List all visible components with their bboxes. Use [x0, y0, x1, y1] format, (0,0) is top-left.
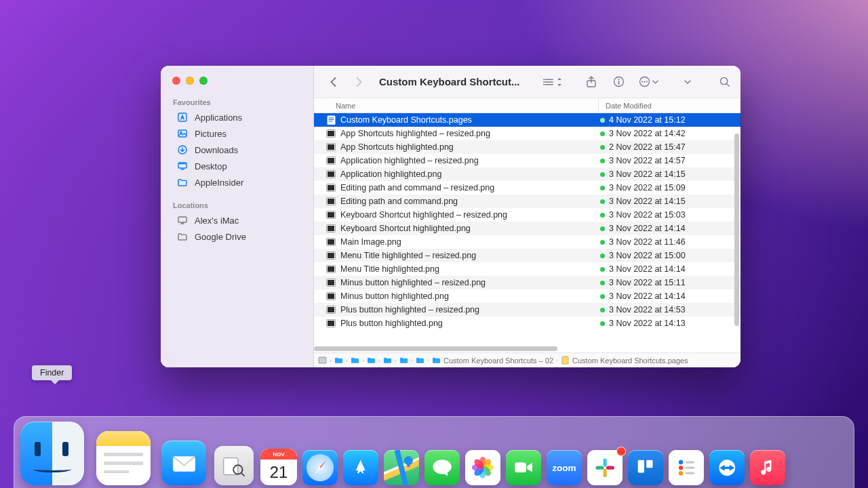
horizontal-scrollbar[interactable] — [314, 346, 741, 352]
file-row[interactable]: Editing path and command – resized.png 3… — [314, 181, 741, 195]
svg-rect-62 — [515, 463, 527, 473]
info-button[interactable] — [612, 75, 625, 89]
chevron-right-icon: › — [361, 357, 365, 364]
file-row[interactable]: Application highlighted.png 3 Nov 2022 a… — [314, 167, 741, 181]
doc-icon — [561, 356, 570, 365]
image-file-icon — [326, 319, 336, 328]
file-name: Application highlighted.png — [340, 169, 441, 179]
file-row[interactable]: Menu Title highlighted – resized.png 3 N… — [314, 249, 741, 262]
dock-app-zoom[interactable]: zoom — [547, 450, 582, 488]
search-button[interactable] — [717, 75, 731, 89]
file-row[interactable]: Plus button highlighted.png 3 Nov 2022 a… — [314, 317, 741, 330]
dock-app-trello[interactable] — [628, 450, 663, 488]
sidebar-item-downloads[interactable]: Downloads — [165, 142, 309, 158]
file-row[interactable]: Minus button highlighted – resized.png 3… — [314, 276, 741, 289]
file-row[interactable]: App Shortcuts highlighted – resized.png … — [314, 127, 741, 140]
sidebar-item-label: Pictures — [195, 129, 297, 139]
file-row[interactable]: Main Image.png 3 Nov 2022 at 11:46 — [314, 235, 741, 249]
minimize-button[interactable] — [186, 77, 194, 85]
actions-menu-button[interactable] — [639, 75, 658, 89]
sidebar-item-alex-s-imac[interactable]: Alex's iMac — [165, 212, 309, 228]
dock-app-finder[interactable] — [20, 422, 84, 488]
file-row[interactable]: Keyboard Shortcut highlighted – resized.… — [314, 208, 741, 222]
sync-status-icon — [600, 145, 605, 150]
file-name: Editing path and command – resized.png — [340, 183, 494, 192]
dock-app-safari[interactable] — [302, 450, 338, 488]
dock-app-app-store[interactable] — [343, 450, 378, 488]
path-bar[interactable]: ›››››››Custom Keyboard Shortcuts – 02›Cu… — [314, 352, 741, 367]
svg-rect-0 — [178, 113, 186, 121]
dock-app-messages[interactable] — [425, 450, 460, 488]
file-row[interactable]: Menu Title highlighted.png 3 Nov 2022 at… — [314, 262, 741, 276]
fullscreen-button[interactable] — [199, 77, 208, 85]
forward-button[interactable] — [352, 75, 366, 89]
back-button[interactable] — [326, 75, 340, 89]
sidebar-item-label: Downloads — [195, 145, 297, 155]
view-options-button[interactable] — [543, 75, 563, 89]
sync-status-icon — [600, 199, 605, 204]
svg-point-69 — [679, 460, 683, 464]
svg-rect-63 — [603, 458, 606, 466]
file-row[interactable]: Custom Keyboard Shortcuts.pages 4 Nov 20… — [314, 113, 741, 127]
sidebar-item-desktop[interactable]: Desktop — [165, 158, 309, 174]
sync-status-icon — [600, 240, 605, 245]
path-crumb[interactable] — [351, 356, 359, 365]
path-crumb[interactable]: Custom Keyboard Shortcuts.pages — [561, 356, 688, 365]
path-crumb[interactable] — [334, 356, 343, 365]
column-header-date-modified[interactable]: Date Modified — [599, 98, 741, 113]
path-crumb[interactable] — [318, 356, 327, 365]
path-crumb[interactable] — [416, 356, 425, 365]
svg-rect-70 — [685, 461, 694, 463]
file-name: Keyboard Shortcut highlighted – resized.… — [340, 210, 507, 220]
sidebar-item-pictures[interactable]: Pictures — [165, 125, 309, 142]
sidebar-item-google-drive[interactable]: Google Drive — [165, 228, 309, 245]
path-crumb[interactable]: Custom Keyboard Shortcuts – 02 — [432, 356, 553, 365]
file-row[interactable]: Keyboard Shortcut highlighted.png 3 Nov … — [314, 222, 741, 235]
dock-app-preview[interactable] — [214, 446, 254, 488]
pictures-icon — [177, 128, 188, 139]
dock-app-music[interactable] — [750, 450, 785, 488]
file-list[interactable]: Custom Keyboard Shortcuts.pages 4 Nov 20… — [314, 113, 741, 346]
sidebar-item-applications[interactable]: Applications — [165, 109, 309, 125]
file-row[interactable]: Minus button highlighted.png 3 Nov 2022 … — [314, 289, 741, 303]
sync-status-icon — [600, 253, 605, 258]
svg-rect-72 — [685, 466, 694, 468]
dock-app-calendar[interactable]: NOV21 — [260, 449, 297, 488]
svg-rect-35 — [328, 239, 334, 245]
share-button[interactable] — [585, 75, 598, 89]
dock-app-slack[interactable] — [587, 450, 623, 488]
folder-icon — [399, 356, 408, 365]
path-crumb[interactable] — [367, 356, 376, 365]
file-row[interactable]: Plus button highlighted – resized.png 3 … — [314, 303, 741, 317]
file-row[interactable]: Editing path and command.png 3 Nov 2022 … — [314, 195, 741, 208]
path-crumb-label: Custom Keyboard Shortcuts – 02 — [443, 357, 553, 365]
path-crumb-label: Custom Keyboard Shortcuts.pages — [572, 357, 688, 365]
file-name: Plus button highlighted.png — [340, 319, 443, 328]
toolbar-overflow-button[interactable] — [681, 75, 694, 89]
svg-rect-51 — [224, 458, 238, 475]
dock-app-notes[interactable] — [96, 431, 151, 488]
image-file-icon — [326, 169, 336, 179]
drive-icon — [177, 231, 188, 242]
folder-icon — [416, 356, 425, 365]
dock-app-photos[interactable] — [465, 450, 500, 488]
image-file-icon — [326, 183, 336, 192]
locations-heading: Locations — [161, 199, 313, 212]
file-row[interactable]: App Shortcuts highlighted.png 2 Nov 2022… — [314, 140, 741, 154]
file-date-modified: 3 Nov 2022 at 15:03 — [609, 210, 686, 220]
dock-app-facetime[interactable] — [506, 450, 541, 488]
dock-app-teamviewer[interactable] — [709, 450, 745, 488]
sidebar-item-appleinsider[interactable]: AppleInsider — [165, 174, 309, 190]
vertical-scrollbar[interactable] — [734, 134, 739, 326]
column-header-name[interactable]: Name — [314, 98, 599, 113]
file-row[interactable]: Application highlighted – resized.png 3 … — [314, 154, 741, 167]
image-file-icon — [326, 237, 336, 247]
dock-app-maps[interactable] — [384, 450, 419, 488]
path-crumb[interactable] — [383, 356, 392, 365]
close-button[interactable] — [172, 77, 180, 85]
dock-app-reminders[interactable] — [669, 450, 704, 488]
dock-app-mail[interactable] — [161, 441, 206, 488]
file-name: Main Image.png — [340, 237, 401, 247]
path-crumb[interactable] — [399, 356, 408, 365]
sidebar-item-label: Applications — [195, 113, 297, 123]
